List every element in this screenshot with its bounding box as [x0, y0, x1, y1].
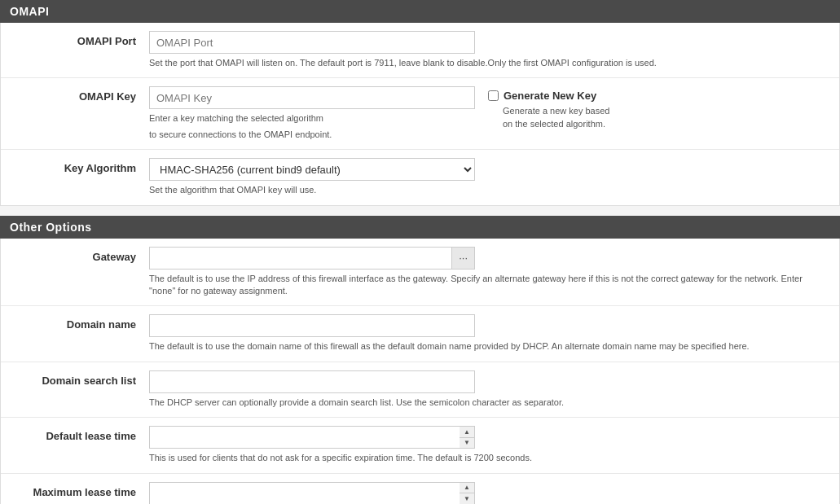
gateway-help: The default is to use the IP address of … [149, 273, 829, 298]
omapi-port-help: Set the port that OMAPI will listen on. … [149, 57, 829, 69]
maximum-lease-time-row: Maximum lease time ▲ ▼ This is the maxim… [1, 474, 839, 504]
key-algorithm-select[interactable]: HMAC-SHA256 (current bind9 default) HMAC… [149, 158, 475, 181]
omapi-key-help-line1: Enter a key matching the selected algori… [149, 112, 475, 125]
domain-search-list-row: Domain search list The DHCP server can o… [1, 362, 839, 418]
other-options-section: Other Options Gateway ··· The default is… [0, 216, 840, 504]
gateway-row: Gateway ··· The default is to use the IP… [1, 239, 839, 307]
generate-key-group: Generate New Key Generate a new key base… [488, 86, 609, 130]
omapi-key-field-col: Enter a key matching the selected algori… [149, 86, 829, 141]
gateway-field-col: ··· The default is to use the IP address… [149, 247, 829, 298]
domain-search-list-input[interactable] [149, 370, 475, 393]
domain-search-list-label: Domain search list [11, 370, 149, 387]
other-options-body: Gateway ··· The default is to use the IP… [0, 239, 840, 504]
generate-key-checkbox[interactable] [488, 90, 499, 101]
generate-key-help-line2: on the selected algorithm. [503, 119, 605, 129]
domain-name-label: Domain name [11, 314, 149, 331]
gateway-browse-button[interactable]: ··· [451, 247, 475, 270]
maximum-lease-time-spinner: ▲ ▼ [149, 482, 475, 504]
omapi-port-field-col: Set the port that OMAPI will listen on. … [149, 31, 829, 69]
domain-name-help: The default is to use the domain name of… [149, 340, 829, 353]
omapi-key-left: Enter a key matching the selected algori… [149, 86, 475, 141]
maximum-lease-time-down-button[interactable]: ▼ [460, 493, 474, 504]
gateway-label: Gateway [11, 247, 149, 263]
omapi-port-label: OMAPI Port [11, 31, 149, 47]
default-lease-time-row: Default lease time ▲ ▼ This is used for … [1, 418, 839, 473]
key-algorithm-field-col: HMAC-SHA256 (current bind9 default) HMAC… [149, 158, 829, 196]
gateway-input-group: ··· [149, 247, 475, 270]
maximum-lease-time-up-button[interactable]: ▲ [460, 483, 474, 493]
maximum-lease-time-spinner-btns: ▲ ▼ [460, 482, 475, 504]
omapi-key-label: OMAPI Key [11, 86, 149, 103]
maximum-lease-time-label: Maximum lease time [11, 482, 149, 498]
domain-name-field-col: The default is to use the domain name of… [149, 314, 829, 353]
gateway-input[interactable] [149, 247, 451, 270]
default-lease-time-down-button[interactable]: ▼ [460, 437, 474, 449]
generate-key-help-line1: Generate a new key based [503, 106, 609, 116]
omapi-key-field-row: Enter a key matching the selected algori… [149, 86, 829, 141]
default-lease-time-help: This is used for clients that do not ask… [149, 452, 829, 464]
omapi-key-help-line2: to secure connections to the OMAPI endpo… [149, 129, 475, 141]
generate-key-checkbox-row: Generate New Key [488, 90, 609, 102]
default-lease-time-input[interactable] [149, 426, 460, 449]
domain-name-row: Domain name The default is to use the do… [1, 306, 839, 362]
default-lease-time-spinner-btns: ▲ ▼ [460, 426, 475, 449]
maximum-lease-time-field-col: ▲ ▼ This is the maximum lease time for c… [149, 482, 829, 504]
default-lease-time-up-button[interactable]: ▲ [460, 427, 474, 437]
key-algorithm-row: Key Algorithm HMAC-SHA256 (current bind9… [1, 150, 839, 204]
maximum-lease-time-input[interactable] [149, 482, 460, 504]
key-algorithm-help: Set the algorithm that OMAPI key will us… [149, 184, 829, 196]
domain-name-input[interactable] [149, 314, 475, 337]
omapi-port-input[interactable] [149, 31, 475, 54]
omapi-section-header: OMAPI [0, 0, 840, 23]
domain-search-list-field-col: The DHCP server can optionally provide a… [149, 370, 829, 409]
omapi-key-row: OMAPI Key Enter a key matching the selec… [1, 78, 839, 150]
key-algorithm-label: Key Algorithm [11, 158, 149, 174]
domain-search-list-help: The DHCP server can optionally provide a… [149, 397, 829, 409]
gateway-browse-icon: ··· [459, 252, 468, 264]
omapi-title: OMAPI [10, 5, 49, 18]
default-lease-time-field-col: ▲ ▼ This is used for clients that do not… [149, 426, 829, 464]
other-options-header: Other Options [0, 216, 840, 239]
omapi-key-input[interactable] [149, 86, 475, 109]
generate-key-label[interactable]: Generate New Key [504, 90, 596, 102]
generate-key-help: Generate a new key based on the selected… [488, 105, 609, 130]
omapi-port-row: OMAPI Port Set the port that OMAPI will … [1, 23, 839, 78]
default-lease-time-label: Default lease time [11, 426, 149, 442]
other-options-title: Other Options [10, 221, 92, 234]
omapi-section-body: OMAPI Port Set the port that OMAPI will … [0, 23, 840, 206]
default-lease-time-spinner: ▲ ▼ [149, 426, 475, 449]
omapi-section: OMAPI OMAPI Port Set the port that OMAPI… [0, 0, 840, 206]
